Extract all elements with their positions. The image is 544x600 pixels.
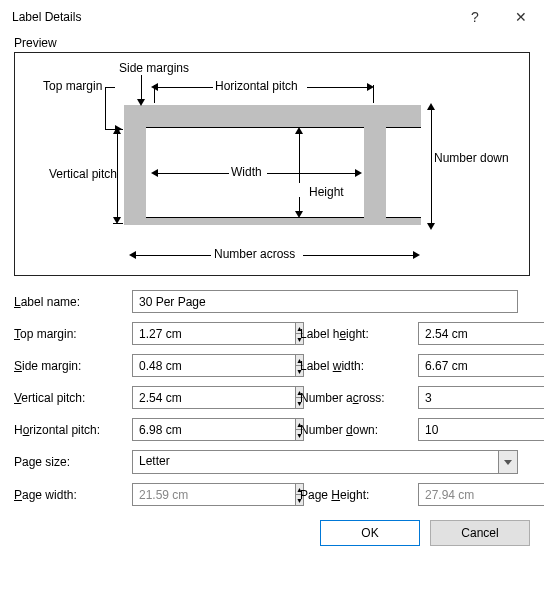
page-width-lbl: Page width:: [14, 488, 132, 502]
cancel-button[interactable]: Cancel: [430, 520, 530, 546]
ok-button[interactable]: OK: [320, 520, 420, 546]
side-margin-lbl: Side margin:: [14, 359, 132, 373]
number-down-spinner[interactable]: ▲▼: [418, 418, 518, 441]
dialog-buttons: OK Cancel: [14, 520, 530, 546]
diagram-height: Height: [309, 185, 344, 199]
number-down-lbl: Number down:: [300, 423, 418, 437]
vertical-pitch-lbl: Vertical pitch:: [14, 391, 132, 405]
number-down-input[interactable]: [418, 418, 544, 441]
top-margin-spinner[interactable]: ▲▼: [132, 322, 266, 345]
label-height-spinner[interactable]: ▲▼: [418, 322, 518, 345]
label-name-lbl: Label name:: [14, 295, 132, 309]
diagram-horizontal-pitch: Horizontal pitch: [215, 79, 298, 93]
horizontal-pitch-spinner[interactable]: ▲▼: [132, 418, 266, 441]
side-margin-spinner[interactable]: ▲▼: [132, 354, 266, 377]
page-height-spinner: ▲▼: [418, 483, 518, 506]
help-button[interactable]: ?: [452, 0, 498, 34]
number-across-input[interactable]: [418, 386, 544, 409]
label-width-input[interactable]: [418, 354, 544, 377]
side-margin-input[interactable]: [132, 354, 295, 377]
top-margin-input[interactable]: [132, 322, 295, 345]
diagram-number-down: Number down: [434, 151, 509, 165]
top-margin-lbl: Top margin:: [14, 327, 132, 341]
page-size-lbl: Page size:: [14, 455, 132, 469]
vertical-pitch-input[interactable]: [132, 386, 295, 409]
diagram-side-margins: Side margins: [119, 61, 189, 75]
help-icon: ?: [471, 9, 479, 25]
vertical-pitch-spinner[interactable]: ▲▼: [132, 386, 266, 409]
preview-box: Side margins Top margin Horizontal pitch…: [14, 52, 530, 276]
diagram-width: Width: [231, 165, 262, 179]
horizontal-pitch-lbl: Horizontal pitch:: [14, 423, 132, 437]
number-across-spinner[interactable]: ▲▼: [418, 386, 518, 409]
page-width-input: [132, 483, 295, 506]
page-width-spinner: ▲▼: [132, 483, 266, 506]
horizontal-pitch-input[interactable]: [132, 418, 295, 441]
page-size-value: Letter: [132, 450, 498, 474]
close-icon: ✕: [515, 9, 527, 25]
diagram-top-margin: Top margin: [43, 79, 102, 93]
titlebar: Label Details ? ✕: [0, 0, 544, 34]
diagram-number-across: Number across: [214, 247, 295, 261]
label-diagram: Side margins Top margin Horizontal pitch…: [39, 67, 528, 271]
form-grid: Label name: Top margin: ▲▼ Label height:…: [14, 290, 530, 506]
number-across-lbl: Number across:: [300, 391, 418, 405]
label-name-input[interactable]: [132, 290, 518, 313]
close-button[interactable]: ✕: [498, 0, 544, 34]
label-width-spinner[interactable]: ▲▼: [418, 354, 518, 377]
window-title: Label Details: [12, 10, 452, 24]
preview-legend: Preview: [14, 36, 530, 50]
diagram-vertical-pitch: Vertical pitch: [49, 167, 117, 181]
page-height-input: [418, 483, 544, 506]
chevron-down-icon[interactable]: [498, 450, 518, 474]
label-height-input[interactable]: [418, 322, 544, 345]
page-size-select[interactable]: Letter: [132, 450, 518, 474]
page-height-lbl: Page Height:: [300, 488, 418, 502]
label-width-lbl: Label width:: [300, 359, 418, 373]
label-height-lbl: Label height:: [300, 327, 418, 341]
